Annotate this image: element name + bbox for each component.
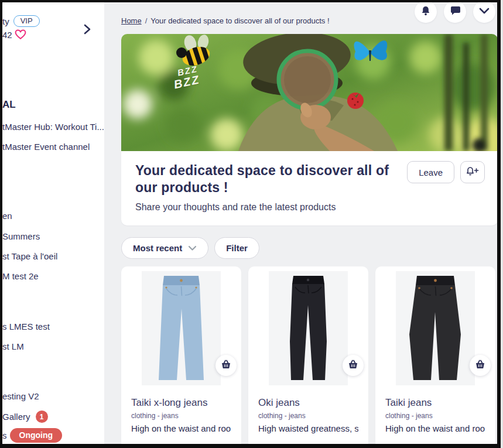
breadcrumb-separator: / (145, 16, 148, 25)
bell-icon (420, 5, 431, 19)
subscribe-notifications-button[interactable] (460, 161, 485, 183)
filter-button[interactable]: Filter (214, 237, 259, 259)
sidebar-item-ongoing[interactable]: s Ongoing (2, 428, 62, 443)
collapse-header-button[interactable] (473, 2, 495, 23)
magnifying-glass-icon (279, 51, 336, 108)
sidebar-item-hub[interactable]: tMaster Hub: Workout Ti... (2, 122, 104, 132)
sidebar-item-summers[interactable]: Summers (2, 231, 40, 241)
heart-icon[interactable] (15, 29, 26, 40)
product-card-oki[interactable]: Oki jeans clothing - jeans High waisted … (248, 266, 368, 444)
sidebar-collapse-button[interactable] (82, 23, 93, 37)
sidebar-item-en[interactable]: en (2, 211, 12, 221)
page-title: Your dedicated space to discover all of … (135, 162, 410, 197)
sidebar-item-lmes-test[interactable]: s LMES test (2, 322, 50, 331)
messages-button[interactable] (444, 2, 466, 23)
notifications-button[interactable] (415, 2, 437, 23)
leave-button[interactable]: Leave (407, 161, 454, 183)
strawberry-icon (347, 93, 364, 109)
chevron-down-icon (479, 6, 490, 17)
product-grid: Taiki x-long jeans clothing - jeans High… (121, 266, 495, 444)
page-subtitle: Share your thoughts and rate the latest … (135, 202, 484, 213)
community-name: ty (2, 16, 9, 26)
sidebar-item-testing-v2[interactable]: esting V2 (2, 391, 39, 401)
sidebar-section-header: AL (2, 99, 16, 111)
breadcrumb-home-link[interactable]: Home (121, 16, 142, 25)
product-photo (142, 271, 221, 385)
sidebar: ty VIP 42 AL tMaster Hub: Workout Ti... … (2, 2, 104, 444)
product-category: clothing - jeans (385, 412, 485, 420)
sort-dropdown[interactable]: Most recent (121, 237, 208, 259)
product-category: clothing - jeans (258, 412, 358, 420)
sidebar-item-lm-test-2e[interactable]: M test 2e (2, 271, 39, 281)
basket-icon (348, 360, 358, 371)
jeans-image (269, 271, 348, 385)
community-header[interactable]: ty VIP (2, 15, 40, 27)
product-description: High waisted greatness, st... (258, 423, 358, 433)
add-to-basket-button[interactable] (215, 355, 237, 376)
product-card-taiki[interactable]: Taiki jeans clothing - jeans High on the… (375, 266, 495, 444)
product-photo (396, 271, 475, 385)
product-description: High on the waist and roo... (131, 423, 231, 433)
app-window: ty VIP 42 AL tMaster Hub: Workout Ti... … (2, 2, 497, 444)
bell-plus-icon (466, 166, 480, 179)
add-to-basket-button[interactable] (470, 355, 491, 376)
space-hero-card: BZZ BZZ Your dedicated space to discover… (121, 34, 497, 225)
ongoing-status-badge: Ongoing (10, 428, 63, 443)
window-edge (501, 0, 503, 448)
product-name: Oki jeans (258, 397, 358, 409)
chevron-down-icon (188, 243, 197, 253)
breadcrumb: Home/Your dedicated space to discover al… (121, 16, 330, 25)
product-card-taiki-x-long[interactable]: Taiki x-long jeans clothing - jeans High… (121, 266, 241, 444)
hero-cover-image: BZZ BZZ (121, 34, 497, 151)
sidebar-item-gallery[interactable]: Gallery 1 (2, 411, 48, 423)
breadcrumb-current: Your dedicated space to discover all of … (150, 16, 329, 25)
gallery-unread-badge: 1 (36, 411, 48, 423)
forest-illustration (121, 34, 497, 151)
basket-icon (475, 360, 485, 371)
sidebar-item-tape-a-loeil[interactable]: st Tape à l'oeil (2, 251, 57, 261)
likes-count: 42 (2, 30, 12, 40)
sort-filter-bar: Most recent Filter (121, 237, 259, 259)
jeans-image (142, 271, 221, 385)
chat-icon (450, 5, 460, 18)
vip-badge: VIP (13, 15, 40, 27)
sidebar-item-event-channel[interactable]: tMaster Event channel (2, 142, 90, 152)
likes-row: 42 (2, 29, 26, 40)
jeans-image (396, 271, 475, 385)
add-to-basket-button[interactable] (343, 355, 364, 376)
product-category: clothing - jeans (131, 412, 231, 420)
product-description: High on the waist and roo... (385, 423, 485, 433)
product-name: Taiki x-long jeans (131, 397, 231, 409)
topbar-buttons (415, 2, 495, 23)
main-content: Home/Your dedicated space to discover al… (104, 2, 497, 444)
product-photo (269, 271, 348, 385)
product-name: Taiki jeans (385, 397, 485, 409)
sidebar-item-test-lm[interactable]: st LM (2, 341, 24, 351)
basket-icon (221, 360, 231, 371)
